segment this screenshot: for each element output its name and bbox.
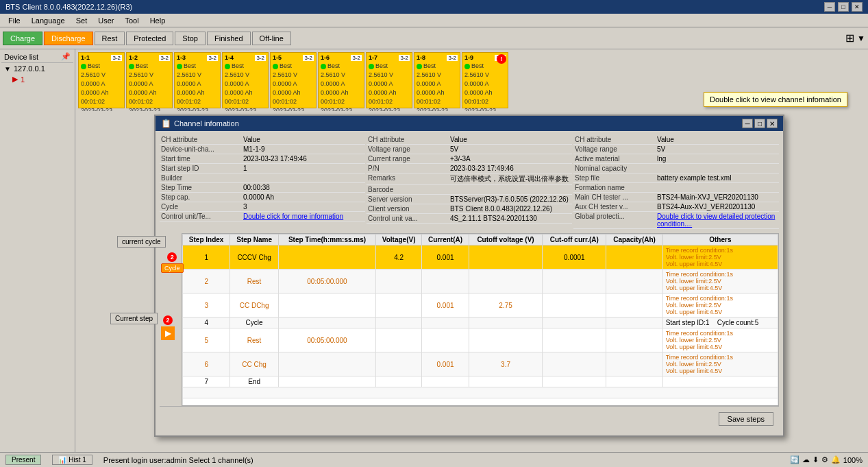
- minimize-button[interactable]: ─: [824, 2, 835, 12]
- protected-button[interactable]: Protected: [126, 32, 173, 45]
- close-button[interactable]: ✕: [852, 2, 863, 12]
- info-row-control[interactable]: Control unit/Te... Double click for more…: [160, 212, 365, 221]
- table-row-4[interactable]: 4 Cycle Start step ID:1 Cycle c: [183, 318, 778, 328]
- card-num-4: 1-4: [225, 54, 234, 61]
- channel-card-9[interactable]: 1-9 3-2 Best ! 2.5610 V 0.0000 A 0.0000 …: [462, 52, 508, 108]
- stop-button[interactable]: Stop: [175, 32, 206, 45]
- td-time-6: [278, 352, 375, 376]
- card-t1: 00:01:02: [81, 97, 122, 106]
- td-current-3: 0.001: [422, 294, 469, 318]
- table-row-5[interactable]: 5 Rest 00:05:00.000: [183, 328, 778, 352]
- control-label: Control unit/Te...: [161, 213, 243, 220]
- td-time-5: 00:05:00.000: [278, 328, 375, 352]
- table-row-3[interactable]: 3 CC DChg 0.001 2.75: [183, 294, 778, 318]
- title-bar: BTS Client 8.0.0.483(2022.12.26)(R3) ─ □…: [0, 0, 868, 14]
- channel-card-3[interactable]: 1-3 3-2 Best 2.5610 V 0.0000 A 0.0000 Ah…: [174, 52, 221, 108]
- control-unit-va-label: Control unit va...: [368, 215, 450, 222]
- channel-card-7[interactable]: 1-7 3-2 Best 2.5610 V 0.0000 A 0.0000 Ah…: [366, 52, 412, 108]
- td-cutoff-a-4: [543, 318, 606, 328]
- step-table: Step Index Step Name Step Time(h:mm:ss.m…: [182, 234, 778, 405]
- td-current-4: [422, 318, 469, 328]
- cycle-step-label: Cycle: [161, 263, 184, 273]
- td-capacity-5: [606, 328, 662, 352]
- table-row-7[interactable]: 7 End: [183, 376, 778, 387]
- menu-file[interactable]: File: [3, 15, 26, 26]
- card-num-3: 1-3: [177, 54, 186, 61]
- zoom-level: 100%: [843, 456, 863, 464]
- charge-button[interactable]: Charge: [3, 32, 42, 45]
- step-markers: current cycle 2 Cycle Current step 2: [160, 233, 182, 406]
- info-grid: CH attribute Value Device-unit-cha... M1…: [160, 135, 779, 229]
- channel-card-2[interactable]: 1-2 3-2 Best 2.5610 V 0.0000 A 0.0000 Ah…: [126, 52, 173, 108]
- td-others-7: [662, 376, 778, 387]
- info-row-cycle: Cycle 3: [160, 202, 365, 212]
- menu-user[interactable]: User: [92, 15, 119, 26]
- error-badge-9: !: [497, 54, 506, 64]
- channel-card-1[interactable]: 1-1 3-2 Best 2.5610 V 0.0000 A 0.0000 Ah…: [78, 52, 125, 108]
- step-table-scroll[interactable]: Step Index Step Name Step Time(h:mm:ss.m…: [182, 234, 778, 405]
- menu-tool[interactable]: Tool: [119, 15, 144, 26]
- offline-button[interactable]: Off-line: [252, 32, 291, 45]
- card-a1: 0.0000 A: [81, 80, 122, 88]
- td-cutoff-a-7: [543, 376, 606, 387]
- menu-help[interactable]: Help: [145, 15, 171, 26]
- td-cutoff-v-2: [469, 270, 542, 294]
- td-cutoff-v-1: [469, 246, 542, 270]
- menu-language[interactable]: Language: [26, 15, 71, 26]
- finished-button[interactable]: Finished: [207, 32, 251, 45]
- maximize-button[interactable]: □: [838, 2, 849, 12]
- sidebar-pin-icon[interactable]: 📌: [61, 52, 71, 61]
- td-others-4: Start step ID:1 Cycle count:5: [662, 318, 778, 328]
- td-idx-2: 2: [183, 270, 230, 294]
- table-row-6[interactable]: 6 CC Chg 0.001 3.7: [183, 352, 778, 376]
- rest-button[interactable]: Rest: [95, 32, 125, 45]
- hist-tab[interactable]: 📊 Hist 1: [52, 455, 92, 465]
- card-ah1: 0.0000 Ah: [81, 88, 122, 97]
- th-cutoff-a: Cut-off curr.(A): [543, 235, 606, 246]
- table-row-2[interactable]: 2 Rest 00:05:00.000: [183, 270, 778, 294]
- card-best-1: Best: [88, 62, 100, 71]
- td-time-3: [278, 294, 375, 318]
- aux-ch-tester-label: Aux CH tester v...: [575, 203, 657, 211]
- dialog-minimize-button[interactable]: ─: [742, 119, 753, 128]
- channel-card-6[interactable]: 1-6 3-2 Best 2.5610 V 0.0000 A 0.0000 Ah…: [318, 52, 364, 108]
- info-row-global-prot[interactable]: Global protecti... Double click to view …: [573, 212, 779, 229]
- dialog-maximize-button[interactable]: □: [754, 119, 765, 128]
- menu-set[interactable]: Set: [71, 15, 93, 26]
- card-num-2: 1-2: [129, 54, 138, 61]
- table-row-1[interactable]: 1 CCCV Chg 4.2 0.001 0.0001: [183, 246, 778, 270]
- channel-card-8[interactable]: 1-8 3-2 Best 2.5610 V 0.0000 A 0.0000 Ah…: [414, 52, 460, 108]
- value-label-left: Value: [243, 136, 364, 143]
- server-ver-label: Server version: [368, 195, 450, 203]
- channel-card-4[interactable]: 1-4 3-2 Best 2.5610 V 0.0000 A 0.0000 Ah…: [222, 52, 269, 108]
- step-nav-button[interactable]: ▶: [161, 326, 175, 340]
- card-best-3: Best: [184, 62, 196, 71]
- td-capacity-4: [606, 318, 662, 328]
- current-cycle-marker: current cycle: [117, 236, 166, 248]
- conditions-3: Time record condition:1sVolt. lower limi…: [666, 295, 775, 315]
- remarks-value: 可选倍率模式，系统设置-调出倍率参数: [450, 174, 571, 184]
- toolbar-icon-dropdown[interactable]: ▼: [857, 34, 865, 43]
- current-step-label-box: Current step: [110, 313, 158, 324]
- present-tab[interactable]: Present: [5, 455, 41, 465]
- client-ver-value: BTS Client 8.0.0.483(2022.12.26): [450, 205, 571, 213]
- channel-card-5[interactable]: 1-5 3-2 Best 2.5610 V 0.0000 A 0.0000 Ah…: [270, 52, 317, 108]
- formation-name-label: Formation name: [575, 184, 657, 191]
- discharge-button[interactable]: Discharge: [44, 32, 93, 45]
- pn-value: 2023-03-23 17:49:46: [450, 165, 571, 172]
- card-best-9: Best: [471, 62, 484, 71]
- th-capacity: Capacity(Ah): [606, 235, 662, 246]
- card-led-8: [417, 64, 422, 69]
- info-row-start-time: Start time 2023-03-23 17:49:46: [160, 154, 365, 164]
- toolbar-icon-layout[interactable]: ⊞: [845, 32, 854, 45]
- card-num-7: 1-7: [369, 54, 377, 61]
- hist-tab-label: Hist 1: [69, 456, 86, 464]
- menu-bar: File Language Set User Tool Help: [0, 14, 868, 27]
- dialog-close-button[interactable]: ✕: [767, 119, 778, 128]
- step-time-label: Step Time: [161, 184, 243, 191]
- step-time-value: 00:00:38: [243, 184, 364, 191]
- device-item[interactable]: ▼ 127.0.0.1: [1, 63, 73, 74]
- channel-item-1[interactable]: ▶ 1: [10, 74, 73, 84]
- title-bar-controls: ─ □ ✕: [824, 2, 863, 12]
- save-steps-button[interactable]: Save steps: [719, 412, 773, 426]
